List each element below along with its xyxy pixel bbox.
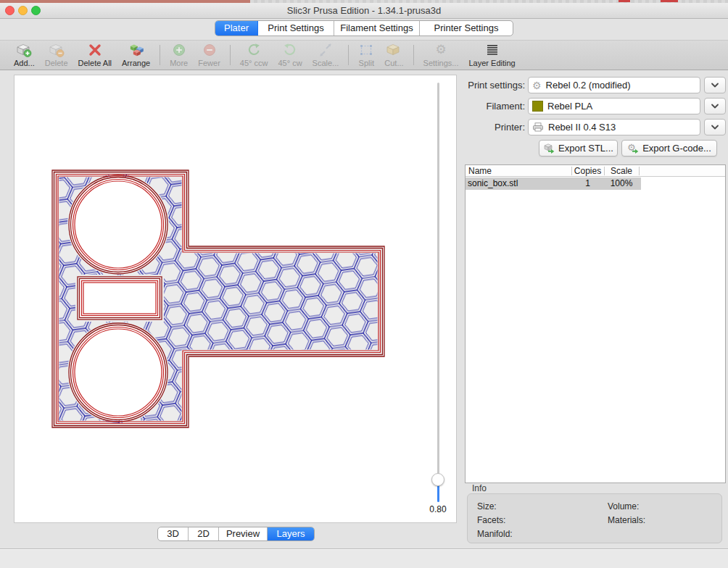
object-name: sonic_box.stl	[468, 178, 518, 190]
split-icon	[358, 42, 374, 58]
filament-color-swatch	[532, 101, 543, 112]
view-tab-3d[interactable]: 3D	[158, 527, 189, 540]
filament-combo[interactable]: Rebel PLA	[528, 98, 700, 114]
arrange-icon	[128, 42, 145, 58]
arrange-button[interactable]: Arrange	[117, 41, 155, 70]
scale-button[interactable]: Scale...	[307, 41, 344, 70]
rotate-cw-icon	[282, 42, 298, 58]
cut-button[interactable]: Cut...	[379, 41, 408, 70]
rotate-cw-button[interactable]: 45° cw	[273, 41, 307, 70]
split-button[interactable]: Split	[353, 41, 379, 70]
layer-height-value: 0.80	[419, 504, 457, 514]
printer-combo[interactable]: Rebel II 0.4 S13	[528, 119, 700, 135]
printer-icon	[532, 122, 544, 132]
printer-dropdown-button[interactable]	[704, 119, 726, 135]
print-settings-dropdown-button[interactable]	[704, 77, 726, 93]
toolbar-separator	[348, 45, 349, 65]
export-stl-button[interactable]: Export STL...	[539, 140, 618, 156]
print-settings-label: Print settings:	[464, 77, 525, 93]
filament-label: Filament:	[464, 98, 525, 114]
info-materials-label: Materials:	[608, 515, 645, 525]
chevron-down-icon	[711, 83, 719, 88]
object-scale: 100%	[604, 178, 639, 190]
top-artifact-red-mark	[661, 0, 678, 2]
layer-slider-thumb[interactable]	[431, 473, 444, 486]
export-gcode-icon: ⚙	[627, 143, 639, 154]
delete-button[interactable]: Delete	[40, 41, 73, 70]
bottom-strip	[0, 549, 728, 568]
window-title: Slic3r Prusa Edition - 1.34.1-prusa3d	[0, 3, 728, 19]
view-tab-layers[interactable]: Layers	[268, 527, 314, 540]
table-row[interactable]: sonic_box.stl 1 100%	[466, 178, 641, 190]
tab-printer-settings[interactable]: Printer Settings	[420, 21, 513, 36]
preset-gear-icon: ⚙	[532, 80, 542, 91]
tab-plater[interactable]: Plater	[215, 21, 258, 36]
column-header-name: Name	[468, 165, 492, 177]
chevron-down-icon	[711, 125, 719, 130]
printer-label: Printer:	[464, 119, 525, 135]
add-button[interactable]: Add...	[9, 41, 40, 70]
info-size-label: Size:	[477, 501, 497, 511]
top-artifact-red-mark	[619, 0, 630, 2]
object-table: Name Copies Scale sonic_box.stl 1 100%	[465, 164, 726, 483]
info-facets-label: Facets:	[477, 515, 505, 525]
object-copies: 1	[571, 178, 604, 190]
rotate-ccw-button[interactable]: 45° ccw	[235, 41, 273, 70]
layer-editing-icon	[485, 42, 500, 58]
delete-box-icon	[48, 42, 65, 58]
object-settings-button[interactable]: ⚙ Settings...	[418, 41, 464, 70]
toolbar-separator	[230, 45, 231, 65]
toolbar-separator	[160, 45, 160, 65]
print-settings-combo[interactable]: ⚙ Rebel 0.2 (modified)	[528, 77, 700, 93]
settings-gear-icon: ⚙	[435, 42, 446, 58]
info-manifold-label: Manifold:	[477, 529, 513, 539]
plate-canvas: 0.80	[14, 75, 457, 523]
main-tab-bar: Plater Print Settings Filament Settings …	[215, 20, 513, 36]
chevron-down-icon	[711, 104, 719, 109]
column-header-copies: Copies	[571, 165, 604, 177]
rotate-ccw-icon	[246, 42, 262, 58]
filament-dropdown-button[interactable]	[704, 98, 726, 114]
more-icon	[171, 42, 187, 58]
export-gcode-button[interactable]: ⚙ Export G-code...	[621, 140, 717, 156]
delete-all-icon	[87, 42, 103, 58]
toolbar-separator	[413, 45, 414, 65]
more-copies-button[interactable]: More	[165, 41, 193, 70]
fewer-copies-button[interactable]: Fewer	[193, 41, 226, 70]
cut-icon	[385, 42, 402, 58]
toolbar: Add... Delete Delete All	[0, 40, 728, 70]
info-volume-label: Volume:	[608, 501, 639, 511]
view-tab-preview[interactable]: Preview	[219, 527, 268, 540]
view-tab-bar: 3D 2D Preview Layers	[157, 527, 315, 541]
fewer-icon	[202, 42, 218, 58]
tab-print-settings[interactable]: Print Settings	[258, 21, 334, 36]
object-table-header: Name Copies Scale	[466, 165, 725, 177]
layer-slider-track[interactable]	[437, 83, 439, 480]
info-section-title: Info	[472, 483, 487, 493]
column-header-scale: Scale	[604, 165, 639, 177]
add-box-icon	[15, 42, 33, 58]
view-tab-2d[interactable]: 2D	[189, 527, 219, 540]
layer-preview	[15, 75, 456, 522]
scale-icon	[318, 42, 334, 58]
delete-all-button[interactable]: Delete All	[73, 41, 117, 70]
info-box: Size: Volume: Facets: Materials: Manifol…	[467, 493, 722, 543]
layer-editing-button[interactable]: Layer Editing	[463, 41, 520, 70]
export-stl-icon	[543, 143, 555, 154]
titlebar: Slic3r Prusa Edition - 1.34.1-prusa3d	[0, 3, 728, 19]
tab-filament-settings[interactable]: Filament Settings	[334, 21, 420, 36]
